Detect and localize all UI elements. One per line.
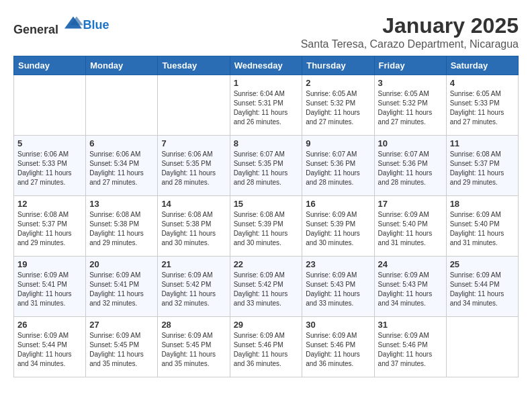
day-number: 22 <box>234 259 299 269</box>
calendar-cell: 18Sunrise: 6:09 AM Sunset: 5:40 PM Dayli… <box>446 196 518 257</box>
weekday-header-row: SundayMondayTuesdayWednesdayThursdayFrid… <box>14 56 519 75</box>
day-info: Sunrise: 6:05 AM Sunset: 5:32 PM Dayligh… <box>378 89 443 127</box>
logo: General Blue <box>13 13 109 37</box>
calendar-cell: 1Sunrise: 6:04 AM Sunset: 5:31 PM Daylig… <box>230 75 302 136</box>
calendar-cell: 7Sunrise: 6:06 AM Sunset: 5:35 PM Daylig… <box>158 136 230 196</box>
logo-icon <box>63 13 83 34</box>
day-info: Sunrise: 6:09 AM Sunset: 5:41 PM Dayligh… <box>89 271 154 308</box>
day-info: Sunrise: 6:07 AM Sunset: 5:36 PM Dayligh… <box>306 150 370 187</box>
day-number: 14 <box>161 199 226 209</box>
calendar-cell: 13Sunrise: 6:08 AM Sunset: 5:38 PM Dayli… <box>86 196 158 257</box>
calendar-cell: 24Sunrise: 6:09 AM Sunset: 5:43 PM Dayli… <box>374 257 446 317</box>
day-number: 29 <box>234 320 299 330</box>
day-info: Sunrise: 6:05 AM Sunset: 5:32 PM Dayligh… <box>306 89 370 127</box>
location-title: Santa Teresa, Carazo Department, Nicarag… <box>301 38 519 50</box>
day-number: 20 <box>89 259 154 269</box>
day-info: Sunrise: 6:07 AM Sunset: 5:35 PM Dayligh… <box>234 150 299 187</box>
day-info: Sunrise: 6:09 AM Sunset: 5:45 PM Dayligh… <box>161 331 226 369</box>
calendar-cell: 8Sunrise: 6:07 AM Sunset: 5:35 PM Daylig… <box>230 136 302 196</box>
calendar-cell: 14Sunrise: 6:08 AM Sunset: 5:38 PM Dayli… <box>158 196 230 257</box>
day-number: 26 <box>17 320 82 330</box>
calendar-cell: 30Sunrise: 6:09 AM Sunset: 5:46 PM Dayli… <box>302 317 374 377</box>
day-info: Sunrise: 6:09 AM Sunset: 5:40 PM Dayligh… <box>450 210 515 248</box>
calendar-cell: 9Sunrise: 6:07 AM Sunset: 5:36 PM Daylig… <box>302 136 374 196</box>
day-number: 28 <box>161 320 226 330</box>
day-info: Sunrise: 6:09 AM Sunset: 5:42 PM Dayligh… <box>161 271 226 308</box>
day-number: 13 <box>89 199 154 209</box>
day-number: 10 <box>378 138 443 148</box>
day-number: 15 <box>234 199 299 209</box>
day-info: Sunrise: 6:08 AM Sunset: 5:38 PM Dayligh… <box>89 210 154 248</box>
calendar-cell: 26Sunrise: 6:09 AM Sunset: 5:44 PM Dayli… <box>14 317 86 377</box>
calendar-cell <box>86 75 158 136</box>
day-info: Sunrise: 6:08 AM Sunset: 5:37 PM Dayligh… <box>450 150 515 187</box>
calendar-cell: 17Sunrise: 6:09 AM Sunset: 5:40 PM Dayli… <box>374 196 446 257</box>
logo-general: General <box>13 23 58 36</box>
day-info: Sunrise: 6:09 AM Sunset: 5:39 PM Dayligh… <box>306 210 370 248</box>
day-info: Sunrise: 6:09 AM Sunset: 5:44 PM Dayligh… <box>450 271 515 308</box>
weekday-header-friday: Friday <box>374 56 446 75</box>
week-row-4: 26Sunrise: 6:09 AM Sunset: 5:44 PM Dayli… <box>14 317 519 377</box>
day-info: Sunrise: 6:09 AM Sunset: 5:46 PM Dayligh… <box>378 331 443 369</box>
calendar-cell: 25Sunrise: 6:09 AM Sunset: 5:44 PM Dayli… <box>446 257 518 317</box>
calendar-cell: 3Sunrise: 6:05 AM Sunset: 5:32 PM Daylig… <box>374 75 446 136</box>
day-info: Sunrise: 6:08 AM Sunset: 5:38 PM Dayligh… <box>161 210 226 248</box>
day-number: 17 <box>378 199 443 209</box>
calendar-cell: 21Sunrise: 6:09 AM Sunset: 5:42 PM Dayli… <box>158 257 230 317</box>
day-number: 2 <box>306 78 370 88</box>
day-number: 21 <box>161 259 226 269</box>
day-info: Sunrise: 6:09 AM Sunset: 5:41 PM Dayligh… <box>17 271 82 308</box>
calendar-cell: 12Sunrise: 6:08 AM Sunset: 5:37 PM Dayli… <box>14 196 86 257</box>
day-number: 25 <box>450 259 515 269</box>
weekday-header-saturday: Saturday <box>446 56 518 75</box>
month-title: January 2025 <box>301 13 519 38</box>
week-row-1: 5Sunrise: 6:06 AM Sunset: 5:33 PM Daylig… <box>14 136 519 196</box>
day-info: Sunrise: 6:09 AM Sunset: 5:42 PM Dayligh… <box>234 271 299 308</box>
day-number: 1 <box>234 78 299 88</box>
calendar-cell: 15Sunrise: 6:08 AM Sunset: 5:39 PM Dayli… <box>230 196 302 257</box>
day-info: Sunrise: 6:04 AM Sunset: 5:31 PM Dayligh… <box>234 89 299 127</box>
day-number: 24 <box>378 259 443 269</box>
calendar-cell <box>446 317 518 377</box>
calendar-cell: 10Sunrise: 6:07 AM Sunset: 5:36 PM Dayli… <box>374 136 446 196</box>
calendar-cell <box>158 75 230 136</box>
calendar-cell: 31Sunrise: 6:09 AM Sunset: 5:46 PM Dayli… <box>374 317 446 377</box>
day-number: 19 <box>17 259 82 269</box>
calendar-cell: 23Sunrise: 6:09 AM Sunset: 5:43 PM Dayli… <box>302 257 374 317</box>
day-number: 12 <box>17 199 82 209</box>
calendar-cell: 27Sunrise: 6:09 AM Sunset: 5:45 PM Dayli… <box>86 317 158 377</box>
week-row-0: 1Sunrise: 6:04 AM Sunset: 5:31 PM Daylig… <box>14 75 519 136</box>
day-info: Sunrise: 6:06 AM Sunset: 5:33 PM Dayligh… <box>17 150 82 187</box>
calendar-cell: 11Sunrise: 6:08 AM Sunset: 5:37 PM Dayli… <box>446 136 518 196</box>
day-number: 11 <box>450 138 515 148</box>
day-number: 5 <box>17 138 82 148</box>
day-number: 3 <box>378 78 443 88</box>
day-number: 23 <box>306 259 370 269</box>
day-number: 16 <box>306 199 370 209</box>
weekday-header-sunday: Sunday <box>14 56 86 75</box>
logo-blue: Blue <box>83 18 109 32</box>
calendar-table: SundayMondayTuesdayWednesdayThursdayFrid… <box>13 56 519 377</box>
day-info: Sunrise: 6:09 AM Sunset: 5:46 PM Dayligh… <box>234 331 299 369</box>
day-info: Sunrise: 6:09 AM Sunset: 5:46 PM Dayligh… <box>306 331 370 369</box>
day-info: Sunrise: 6:08 AM Sunset: 5:37 PM Dayligh… <box>17 210 82 248</box>
day-number: 9 <box>306 138 370 148</box>
day-number: 8 <box>234 138 299 148</box>
day-number: 30 <box>306 320 370 330</box>
day-info: Sunrise: 6:06 AM Sunset: 5:35 PM Dayligh… <box>161 150 226 187</box>
day-info: Sunrise: 6:09 AM Sunset: 5:43 PM Dayligh… <box>306 271 370 308</box>
calendar-cell: 20Sunrise: 6:09 AM Sunset: 5:41 PM Dayli… <box>86 257 158 317</box>
day-number: 27 <box>89 320 154 330</box>
day-info: Sunrise: 6:07 AM Sunset: 5:36 PM Dayligh… <box>378 150 443 187</box>
calendar-cell: 5Sunrise: 6:06 AM Sunset: 5:33 PM Daylig… <box>14 136 86 196</box>
calendar-cell: 16Sunrise: 6:09 AM Sunset: 5:39 PM Dayli… <box>302 196 374 257</box>
week-row-2: 12Sunrise: 6:08 AM Sunset: 5:37 PM Dayli… <box>14 196 519 257</box>
day-info: Sunrise: 6:08 AM Sunset: 5:39 PM Dayligh… <box>234 210 299 248</box>
title-section: January 2025 Santa Teresa, Carazo Depart… <box>301 13 519 50</box>
day-info: Sunrise: 6:05 AM Sunset: 5:33 PM Dayligh… <box>450 89 515 127</box>
day-number: 31 <box>378 320 443 330</box>
day-number: 7 <box>161 138 226 148</box>
weekday-header-monday: Monday <box>86 56 158 75</box>
calendar-cell: 28Sunrise: 6:09 AM Sunset: 5:45 PM Dayli… <box>158 317 230 377</box>
week-row-3: 19Sunrise: 6:09 AM Sunset: 5:41 PM Dayli… <box>14 257 519 317</box>
